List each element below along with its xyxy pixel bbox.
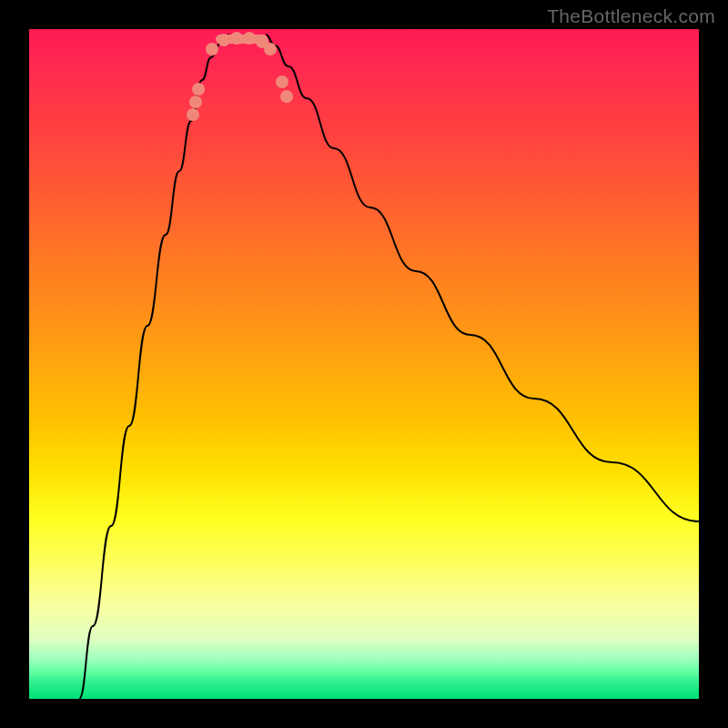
marker-dot bbox=[230, 32, 243, 45]
marker-dot bbox=[206, 43, 218, 56]
marker-dot bbox=[187, 108, 199, 121]
chart-plot-area bbox=[29, 29, 699, 699]
marker-dot bbox=[217, 34, 230, 46]
marker-dot bbox=[264, 43, 277, 56]
marker-dot bbox=[276, 76, 288, 88]
bottleneck-curve bbox=[29, 29, 699, 699]
minimum-band bbox=[216, 35, 268, 44]
minimum-markers bbox=[29, 29, 699, 699]
marker-dot bbox=[189, 96, 202, 108]
marker-dot bbox=[243, 32, 256, 45]
watermark: TheBottleneck.com bbox=[547, 5, 715, 27]
marker-dot bbox=[280, 90, 293, 103]
marker-dot bbox=[256, 35, 268, 48]
marker-dot bbox=[192, 83, 205, 96]
